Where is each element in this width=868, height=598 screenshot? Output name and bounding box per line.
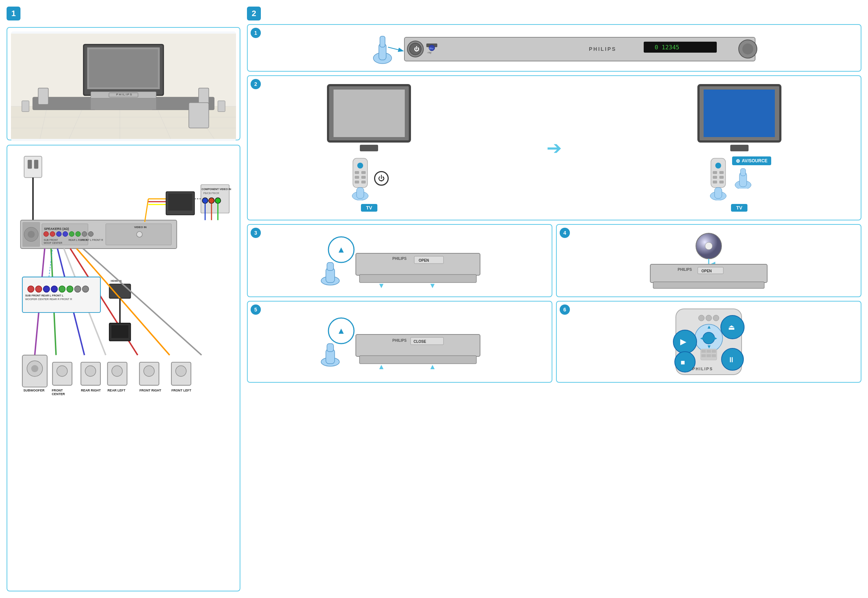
- svg-rect-59: [168, 193, 192, 211]
- svg-rect-207: [701, 354, 706, 357]
- step2-box: 2: [247, 75, 861, 220]
- right-panel: 2 1: [247, 7, 861, 591]
- svg-rect-103: [43, 286, 49, 292]
- svg-rect-101: [28, 286, 34, 292]
- svg-point-130: [357, 163, 363, 169]
- svg-rect-27: [28, 160, 32, 169]
- svg-text:WOOF CENTER: WOOF CENTER: [43, 242, 62, 244]
- svg-text:VIDEO IN: VIDEO IN: [134, 226, 146, 229]
- svg-text:PHILIPS: PHILIPS: [392, 257, 407, 261]
- left-panel: 1: [7, 7, 240, 591]
- remote-tv-svg: [349, 157, 371, 200]
- svg-point-140: [715, 163, 721, 169]
- svg-rect-28: [34, 160, 38, 169]
- step6-svg: ▲ ◄ ► ▼ ▶ ⏏ ■: [621, 305, 796, 378]
- tv-label: TV: [361, 204, 377, 212]
- svg-text:CLOSE: CLOSE: [413, 339, 427, 344]
- svg-rect-24: [189, 103, 209, 128]
- step4-badge: 4: [560, 228, 570, 238]
- svg-rect-19: [38, 88, 49, 105]
- svg-text:Blu: Blu: [429, 47, 433, 50]
- svg-text:▲: ▲: [707, 324, 711, 330]
- svg-text:▲: ▲: [337, 326, 346, 336]
- step5-box: 5 ▲ PHILIPS CLOSE: [247, 301, 552, 383]
- svg-text:PHILIPS: PHILIPS: [692, 366, 713, 371]
- svg-text:▲: ▲: [429, 363, 436, 371]
- svg-rect-16: [95, 97, 153, 110]
- svg-text:SUB   FRONT REAR L  FRONT L: SUB FRONT REAR L FRONT L: [25, 294, 64, 297]
- svg-rect-108: [82, 286, 88, 292]
- svg-line-76: [83, 248, 201, 355]
- svg-rect-144: [719, 176, 724, 179]
- svg-point-165: [705, 242, 712, 250]
- svg-rect-138: [356, 187, 364, 199]
- svg-text:FRONT: FRONT: [52, 389, 63, 392]
- svg-text:PHILIPS: PHILIPS: [678, 268, 692, 272]
- svg-rect-143: [713, 176, 717, 179]
- svg-point-200: [698, 315, 704, 321]
- svg-rect-131: [355, 171, 359, 174]
- svg-rect-43: [88, 232, 94, 236]
- svg-rect-102: [36, 286, 42, 292]
- svg-rect-133: [355, 176, 359, 179]
- step6-box: 6 ▲ ◄ ► ▼ ▶: [556, 301, 861, 383]
- svg-rect-205: [707, 350, 711, 353]
- svg-text:⏸: ⏸: [728, 356, 735, 364]
- svg-rect-12: [89, 49, 158, 87]
- svg-text:OPEN: OPEN: [701, 269, 711, 273]
- step6-badge: 6: [560, 305, 570, 315]
- step3-svg: ▲ PHILIPS OPEN: [312, 232, 487, 290]
- svg-rect-36: [43, 232, 49, 236]
- tv-power-icon: ⏻: [374, 171, 389, 186]
- section2-badge: 2: [247, 7, 261, 21]
- svg-line-115: [388, 47, 403, 51]
- svg-rect-158: [359, 275, 476, 283]
- tv-dark: [327, 84, 411, 142]
- svg-line-53: [145, 199, 148, 222]
- svg-point-64: [209, 198, 215, 203]
- step2-arrow: ➔: [546, 138, 562, 158]
- svg-text:▶: ▶: [680, 337, 686, 346]
- tv-dark-group: ⏻ TV: [327, 84, 411, 212]
- svg-text:SUBWOOFER: SUBWOOFER: [23, 389, 45, 392]
- connection-svg: SPEAKERS (4Ω) SUB FRONT WOOF CENTER REA: [11, 149, 236, 398]
- svg-rect-134: [361, 176, 366, 179]
- section1-header: 1: [7, 7, 240, 21]
- svg-rect-23: [218, 101, 225, 112]
- room-illustration-box: PHILIPS: [7, 27, 240, 141]
- room-svg: PHILIPS: [11, 31, 236, 141]
- svg-text:SUB  FRONT: SUB FRONT: [43, 239, 58, 241]
- svg-rect-206: [711, 350, 716, 353]
- svg-text:WOOFER CENTER  REAR R  FRONT R: WOOFER CENTER REAR R FRONT R: [25, 298, 72, 301]
- svg-rect-37: [50, 232, 55, 236]
- svg-rect-181: [327, 344, 334, 351]
- svg-rect-136: [361, 181, 366, 184]
- svg-text:◄: ◄: [699, 335, 704, 341]
- svg-rect-42: [82, 232, 87, 236]
- step1-box: 1: [247, 24, 861, 72]
- svg-rect-151: [741, 169, 746, 176]
- svg-text:PHILIPS: PHILIPS: [116, 93, 133, 96]
- svg-rect-20: [199, 88, 209, 105]
- step4-svg: PHILIPS OPEN: [621, 232, 796, 290]
- svg-text:FRONT L  FRONT R: FRONT L FRONT R: [81, 239, 103, 241]
- svg-rect-106: [67, 286, 73, 292]
- svg-point-201: [706, 315, 711, 321]
- svg-text:SPEAKERS (4Ω): SPEAKERS (4Ω): [44, 227, 69, 231]
- svg-rect-204: [701, 350, 706, 353]
- svg-text:►: ►: [713, 335, 718, 341]
- svg-text:▲: ▲: [337, 245, 346, 254]
- svg-rect-51: [109, 284, 130, 298]
- svg-text:-ray: -ray: [427, 51, 432, 54]
- svg-text:▲: ▲: [378, 363, 385, 371]
- svg-rect-146: [719, 181, 724, 184]
- tv-blue-group: ⊕ AV/SOURCE TV: [697, 84, 781, 212]
- svg-text:OPEN: OPEN: [419, 259, 429, 262]
- step1-badge: 1: [251, 28, 261, 38]
- svg-text:REAR RIGHT: REAR RIGHT: [81, 389, 101, 392]
- tv-blue: [697, 84, 781, 142]
- step-rows: 1: [247, 24, 861, 591]
- svg-point-86: [85, 366, 96, 377]
- svg-point-88: [112, 366, 122, 377]
- svg-text:▼: ▼: [429, 281, 436, 290]
